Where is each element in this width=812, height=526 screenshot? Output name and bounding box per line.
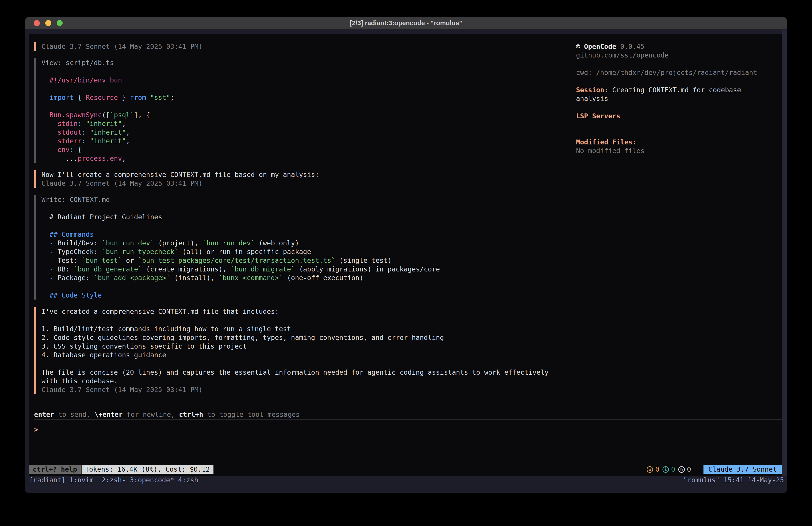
prompt-caret: > (34, 425, 38, 434)
input-area: enter to send, \+enter for newline, ctrl… (34, 410, 782, 434)
prompt-input[interactable] (38, 425, 782, 434)
window-titlebar[interactable]: [2/3] radiant:3:opencode - "romulus" (25, 17, 787, 29)
diagnostics: w 0 i 0 h 0 (647, 465, 691, 474)
window-title: [2/3] radiant:3:opencode - "romulus" (350, 19, 462, 27)
diagnostic-hint: h 0 (678, 465, 691, 474)
input-separator (34, 419, 782, 420)
traffic-lights (34, 17, 63, 29)
tmux-status-bar: [radiant] 1:nvim 2:zsh- 3:opencode* 4:zs… (29, 476, 784, 484)
warning-icon: w (647, 466, 653, 473)
tokens-cost-chip: Tokens: 16.4K (8%), Cost: $0.12 (82, 465, 214, 474)
assistant-header-block: Claude 3.7 Sonnet (14 May 2025 03:41 PM) (34, 42, 549, 51)
hint-count: 0 (687, 465, 691, 474)
diagnostic-info: i 0 (663, 465, 675, 474)
maximize-button[interactable] (57, 20, 63, 26)
status-bar: ctrl+? help Tokens: 16.4K (8%), Cost: $0… (29, 465, 782, 474)
tool-block-write[interactable]: Write: CONTEXT.md # Radiant Project Guid… (34, 195, 549, 300)
session-sidebar: © OpenCode 0.0.45github.com/sst/opencode… (576, 42, 781, 155)
help-chip[interactable]: ctrl+? help (29, 465, 81, 474)
chat-area: Claude 3.7 Sonnet (14 May 2025 03:41 PM)… (34, 42, 549, 402)
info-icon: i (663, 466, 669, 473)
tmux-window-list[interactable]: [radiant] 1:nvim 2:zsh- 3:opencode* 4:zs… (29, 476, 198, 484)
assistant-message-block: Now I'll create a comprehensive CONTEXT.… (34, 170, 549, 188)
scrollbar[interactable] (782, 30, 787, 476)
opencode-panel: Claude 3.7 Sonnet (14 May 2025 03:41 PM)… (29, 34, 782, 476)
tmux-session-info: "romulus" 15:41 14-May-25 (683, 476, 784, 484)
tool-block-view[interactable]: View: script/db.ts #!/usr/bin/env bun im… (34, 58, 549, 163)
warning-count: 0 (655, 465, 659, 474)
diagnostic-warning: w 0 (647, 465, 659, 474)
terminal-window: [2/3] radiant:3:opencode - "romulus" Cla… (25, 17, 787, 493)
close-button[interactable] (34, 20, 40, 26)
hint-icon: h (678, 466, 685, 473)
info-count: 0 (671, 465, 675, 474)
keybind-hint: enter to send, \+enter for newline, ctrl… (34, 410, 782, 419)
model-chip[interactable]: Claude 3.7 Sonnet (704, 465, 782, 474)
minimize-button[interactable] (45, 20, 51, 26)
assistant-message-block: I've created a comprehensive CONTEXT.md … (34, 307, 549, 394)
prompt-line: > (34, 425, 782, 434)
terminal-body: Claude 3.7 Sonnet (14 May 2025 03:41 PM)… (25, 30, 787, 493)
